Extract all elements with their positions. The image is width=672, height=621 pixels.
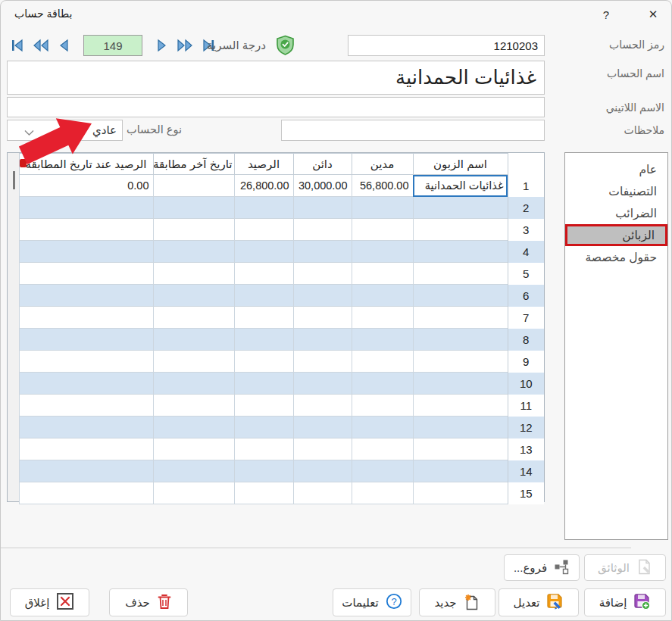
grid-cell[interactable] — [19, 285, 153, 307]
grid-cell[interactable] — [153, 351, 234, 373]
grid-cell[interactable] — [19, 460, 153, 482]
grid-cell[interactable] — [413, 373, 508, 395]
grid-cell[interactable] — [19, 241, 153, 263]
grid-cell[interactable] — [19, 438, 153, 460]
grid-cell[interactable] — [153, 175, 234, 197]
grid-cell[interactable] — [413, 482, 508, 504]
column-header[interactable]: الرصيد — [234, 154, 293, 175]
grid-cell[interactable] — [352, 329, 413, 351]
grid-cell[interactable] — [19, 197, 153, 219]
sidebar-tab[interactable]: حقول مخصصة — [565, 246, 667, 268]
grid-cell[interactable] — [153, 329, 234, 351]
grid-cell[interactable] — [234, 482, 293, 504]
grid-cell[interactable] — [234, 373, 293, 395]
grid-cell[interactable] — [234, 285, 293, 307]
grid-cell[interactable] — [352, 241, 413, 263]
grid-cell[interactable] — [234, 460, 293, 482]
grid-cell[interactable] — [234, 438, 293, 460]
column-header[interactable]: تاريخ آخر مطابقة — [153, 154, 234, 175]
grid-cell[interactable] — [19, 219, 153, 241]
grid-cell[interactable] — [293, 219, 352, 241]
grid-cell[interactable] — [293, 285, 352, 307]
grid-cell[interactable] — [413, 241, 508, 263]
grid-cell[interactable] — [352, 373, 413, 395]
grid-cell[interactable] — [352, 482, 413, 504]
grid-cell[interactable] — [352, 263, 413, 285]
grid-cell[interactable] — [19, 307, 153, 329]
nav-forward-icon[interactable] — [152, 36, 170, 55]
grid-cell[interactable] — [153, 460, 234, 482]
grid-cell[interactable] — [293, 373, 352, 395]
sidebar-tab[interactable]: التصنيفات — [565, 180, 667, 202]
grid-cell[interactable] — [352, 460, 413, 482]
window-close-button[interactable]: ✕ — [642, 5, 664, 24]
grid-cell[interactable] — [153, 219, 234, 241]
nav-fast-forward-icon[interactable] — [176, 36, 194, 55]
grid-cell[interactable] — [413, 417, 508, 438]
grid-cell[interactable] — [234, 219, 293, 241]
grid-cell[interactable] — [153, 241, 234, 263]
grid-cell[interactable] — [413, 307, 508, 329]
grid-cell[interactable]: 30,000.00 — [293, 175, 352, 197]
grid-cell[interactable] — [234, 263, 293, 285]
sidebar-tab[interactable]: عام — [565, 158, 667, 180]
column-header[interactable]: اسم الزبون — [413, 154, 508, 175]
grid-cell[interactable] — [234, 197, 293, 219]
grid-cell[interactable] — [293, 307, 352, 329]
grid-cell[interactable] — [352, 307, 413, 329]
grid-cell[interactable] — [19, 329, 153, 351]
grid-cell[interactable] — [234, 329, 293, 351]
column-header[interactable]: مدين — [352, 154, 413, 175]
column-header[interactable]: دائن — [293, 154, 352, 175]
grid-cell[interactable] — [413, 329, 508, 351]
grid-cell[interactable] — [153, 395, 234, 417]
grid-cell[interactable] — [413, 219, 508, 241]
help-button[interactable]: ? تعليمات — [333, 588, 411, 616]
grid-cell[interactable] — [413, 263, 508, 285]
grid-cell[interactable] — [413, 438, 508, 460]
grid-cell[interactable] — [19, 351, 153, 373]
grid-cell[interactable] — [153, 307, 234, 329]
grid-scrollbar-thumb[interactable] — [13, 171, 15, 189]
nav-back-icon[interactable] — [55, 36, 73, 55]
grid-cell[interactable] — [19, 263, 153, 285]
grid-cell[interactable] — [352, 351, 413, 373]
add-button[interactable]: إضافة — [584, 588, 666, 616]
grid-cell[interactable] — [153, 373, 234, 395]
sidebar-tab[interactable]: الضرائب — [565, 202, 667, 224]
grid-cell[interactable] — [413, 351, 508, 373]
grid-cell[interactable] — [19, 395, 153, 417]
grid-cell[interactable]: 0.00 — [19, 175, 153, 197]
edit-button[interactable]: تعديل — [499, 588, 579, 616]
grid-cell[interactable] — [413, 285, 508, 307]
grid-cell[interactable] — [153, 197, 234, 219]
grid-cell[interactable] — [153, 263, 234, 285]
nav-first-icon[interactable] — [8, 36, 27, 55]
grid-cell[interactable] — [234, 351, 293, 373]
account-code-input[interactable]: 1210203 — [348, 35, 545, 56]
grid-cell[interactable] — [413, 395, 508, 417]
grid-cell[interactable] — [153, 438, 234, 460]
grid-cell[interactable] — [293, 329, 352, 351]
account-name-input[interactable]: غذائيات الحمدانية — [7, 61, 545, 95]
new-button[interactable]: جديد — [419, 588, 495, 616]
grid-cell[interactable] — [293, 460, 352, 482]
branches-button[interactable]: فروع... — [504, 554, 580, 581]
grid-cell[interactable] — [352, 395, 413, 417]
grid-cell[interactable] — [234, 241, 293, 263]
grid-cell[interactable]: 26,800.00 — [234, 175, 293, 197]
column-header[interactable]: الرصيد عند تاريخ المطابقة — [19, 154, 153, 175]
grid-cell[interactable] — [293, 438, 352, 460]
grid-cell[interactable] — [153, 482, 234, 504]
grid-cell[interactable] — [19, 373, 153, 395]
grid-cell[interactable]: 56,800.00 — [352, 175, 413, 197]
notes-input[interactable] — [281, 120, 545, 141]
grid-cell[interactable] — [19, 482, 153, 504]
grid-cell[interactable] — [19, 417, 153, 438]
grid-cell[interactable] — [293, 263, 352, 285]
window-help-button[interactable]: ? — [595, 5, 617, 24]
grid-cell[interactable] — [293, 197, 352, 219]
grid-cell[interactable] — [352, 197, 413, 219]
sidebar-tab[interactable]: الزبائن — [565, 224, 667, 246]
account-type-select[interactable]: عادي — [7, 120, 123, 141]
